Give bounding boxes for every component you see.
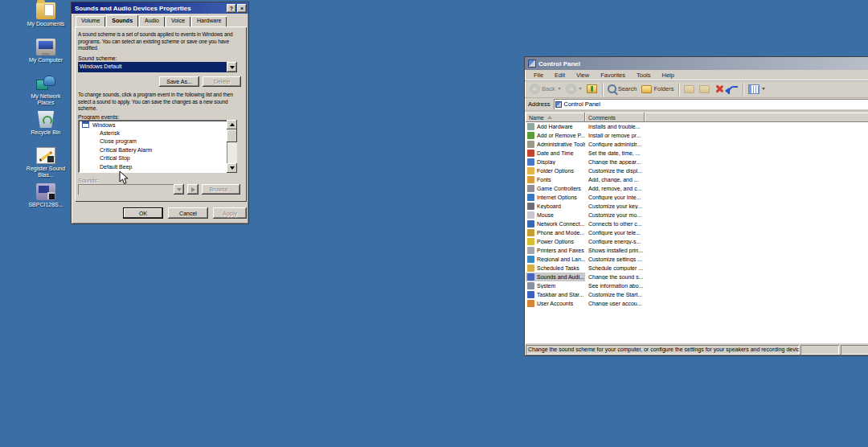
dialog-tab[interactable]: Voice — [166, 16, 190, 27]
control-panel-item-row[interactable]: Network Connect... Connects to other c..… — [526, 219, 868, 228]
item-name-cell[interactable]: Printers and Faxes — [526, 246, 585, 255]
item-name-cell[interactable]: Taskbar and Star... — [526, 290, 585, 299]
program-event-label: Critical Battery Alarm — [100, 147, 152, 153]
browse-button: Browse... — [202, 184, 240, 195]
cancel-button[interactable]: Cancel — [168, 207, 208, 219]
control-panel-item-row[interactable]: Add or Remove P... Install or remove pr.… — [526, 131, 868, 140]
sound-scheme-select[interactable]: Windows Default — [78, 62, 237, 72]
control-panel-item-row[interactable]: Printers and Faxes Shows installed prin.… — [526, 246, 868, 255]
item-name-cell[interactable]: Add or Remove P... — [526, 131, 585, 140]
item-name-cell[interactable]: Internet Options — [526, 193, 585, 202]
menu-item[interactable]: File — [528, 72, 549, 79]
program-event-item[interactable]: Default Beep — [78, 162, 227, 170]
item-name-cell[interactable]: Add Hardware — [526, 122, 585, 131]
up-button[interactable] — [584, 84, 600, 94]
program-event-item[interactable]: Critical Battery Alarm — [78, 146, 227, 154]
save-as-button[interactable]: Save As... — [159, 76, 199, 87]
program-event-item[interactable]: Critical Stop — [78, 154, 227, 162]
control-panel-item-row[interactable]: Administrative Tools Configure administr… — [526, 140, 868, 149]
address-input[interactable]: Control Panel — [554, 99, 868, 109]
desktop-icon[interactable]: My Computer — [21, 39, 71, 75]
item-name-cell[interactable]: System — [526, 281, 585, 290]
desktop-icon[interactable]: SBPCI128S... — [21, 183, 71, 219]
control-panel-item-row[interactable]: Taskbar and Star... Customize the Start.… — [526, 290, 868, 299]
item-name-cell[interactable]: Fonts — [526, 175, 585, 184]
dialog-tab[interactable]: Volume — [76, 16, 105, 27]
desktop-icon[interactable]: My Network Places — [21, 75, 71, 111]
desktop-icon[interactable]: My Documents — [21, 2, 71, 39]
program-event-item[interactable]: Windows — [78, 121, 227, 129]
item-name-cell[interactable]: Phone and Mode... — [526, 228, 585, 237]
close-button[interactable]: × — [237, 4, 247, 13]
control-panel-item-row[interactable]: Fonts Add, change, and ... — [526, 175, 868, 184]
dialog-tab[interactable]: Sounds — [106, 14, 138, 27]
control-panel-item-row[interactable]: Power Options Configure energy-s... — [526, 237, 868, 246]
item-name-cell[interactable]: Administrative Tools — [526, 140, 585, 149]
control-panel-item-row[interactable]: Regional and Lan... Customize settings .… — [526, 255, 868, 264]
ok-button[interactable]: OK — [123, 207, 163, 219]
control-panel-item-row[interactable]: Add Hardware Installs and trouble... — [526, 122, 868, 131]
control-panel-item-row[interactable]: Folder Options Customize the displ... — [526, 166, 868, 175]
item-name-cell[interactable]: Game Controllers — [526, 184, 585, 193]
control-panel-item-row[interactable]: Keyboard Customize your key... — [526, 202, 868, 211]
item-name-cell[interactable]: User Accounts — [526, 299, 585, 308]
play-sound-button[interactable] — [187, 184, 199, 195]
undo-button[interactable] — [726, 83, 740, 95]
menu-item[interactable]: Edit — [549, 72, 571, 79]
scrollbar-thumb[interactable] — [227, 129, 237, 142]
item-icon — [527, 220, 534, 228]
control-panel-item-row[interactable]: System See information abo... — [526, 281, 868, 290]
menu-item[interactable]: View — [571, 72, 595, 79]
control-panel-item-row[interactable]: Internet Options Configure your Inte... — [526, 193, 868, 202]
control-panel-item-row[interactable]: Mouse Customize your mo... — [526, 211, 868, 219]
column-header-comments[interactable]: Comments — [585, 113, 645, 122]
control-panel-item-row[interactable]: Scheduled Tasks Schedule computer ... — [526, 264, 868, 273]
dialog-title: Sounds and Audio Devices Properties — [75, 5, 191, 12]
sound-scheme-dropdown-icon[interactable] — [227, 62, 237, 72]
desktop-icon[interactable]: Recycle Bin — [21, 111, 71, 147]
copy-to-icon — [699, 85, 710, 93]
folders-button[interactable]: Folders — [639, 84, 676, 94]
menu-item[interactable]: Tools — [631, 72, 657, 79]
desktop-icon-label: My Network Places — [25, 93, 67, 106]
delete-button-toolbar[interactable] — [712, 84, 726, 94]
control-panel-item-row[interactable]: Phone and Mode... Configure your tele... — [526, 228, 868, 237]
desktop-icon-label: My Documents — [25, 21, 67, 27]
dialog-tab[interactable]: Hardware — [191, 16, 227, 27]
scroll-down-icon[interactable] — [227, 163, 237, 173]
control-panel-item-row[interactable]: Date and Time Set the date, time, ... — [526, 149, 868, 158]
program-event-item[interactable]: Close program — [78, 137, 227, 146]
control-panel-item-row[interactable]: User Accounts Change user accou... — [526, 299, 868, 308]
item-name-cell[interactable]: Sounds and Audi... — [526, 273, 585, 281]
control-panel-item-row[interactable]: Game Controllers Add, remove, and c... — [526, 184, 868, 193]
search-button[interactable]: Search — [605, 84, 640, 94]
item-name-cell[interactable]: Power Options — [526, 237, 585, 246]
program-events-scrollbar[interactable] — [227, 120, 237, 173]
item-name-cell[interactable]: Folder Options — [526, 166, 585, 175]
item-name-cell[interactable]: Keyboard — [526, 202, 585, 211]
item-name-cell[interactable]: Scheduled Tasks — [526, 264, 585, 273]
control-panel-titlebar[interactable]: Control Panel — [525, 57, 868, 70]
control-panel-item-row[interactable]: Display Change the appear... — [526, 158, 868, 166]
help-button[interactable]: ? — [227, 4, 236, 13]
dialog-tab[interactable]: Audio — [139, 16, 165, 27]
item-comment: Install or remove pr... — [585, 133, 674, 138]
program-event-item[interactable]: Asterisk — [78, 129, 227, 137]
views-button[interactable] — [746, 84, 768, 95]
program-events-items: Windows Asterisk Close program Critical … — [78, 120, 227, 173]
item-name-cell[interactable]: Mouse — [526, 211, 585, 219]
item-name-cell[interactable]: Regional and Lan... — [526, 255, 585, 264]
item-name-cell[interactable]: Date and Time — [526, 149, 585, 158]
desktop-icon[interactable]: Register Sound Blas... — [21, 147, 71, 183]
menu-item[interactable]: Favorites — [595, 72, 631, 79]
item-name-cell[interactable]: Display — [526, 158, 585, 166]
name-column-label: Name — [529, 115, 544, 121]
dialog-titlebar[interactable]: Sounds and Audio Devices Properties ? × — [72, 2, 248, 14]
control-panel-item-row[interactable]: Sounds and Audi... Change the sound s... — [526, 273, 868, 281]
scroll-up-icon[interactable] — [227, 120, 237, 129]
menu-item[interactable]: Help — [657, 72, 680, 79]
item-name-cell[interactable]: Network Connect... — [526, 219, 585, 228]
column-header-name[interactable]: Name — [526, 113, 585, 122]
dialog-tab-label: Voice — [171, 18, 185, 23]
delete-icon — [714, 84, 723, 93]
